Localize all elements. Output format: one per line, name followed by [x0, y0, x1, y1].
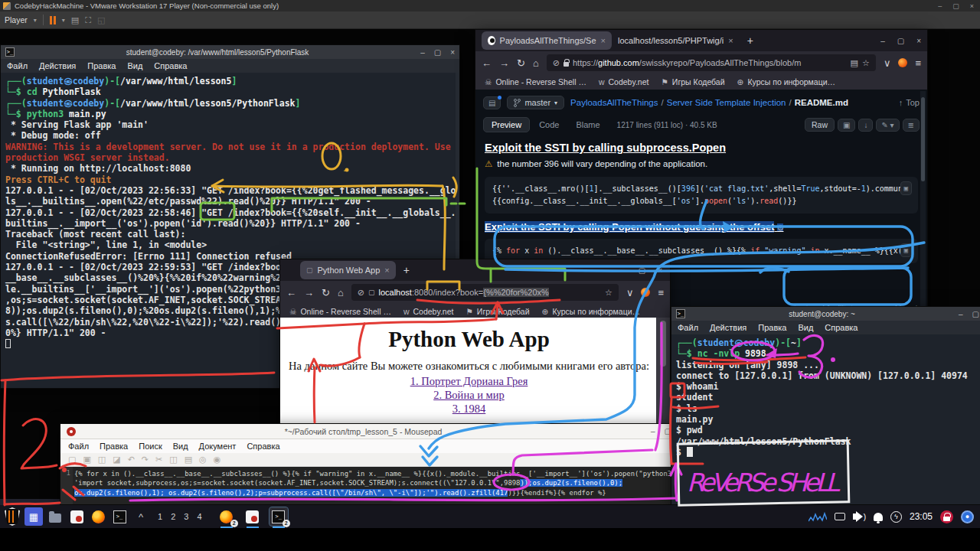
- copy-icon[interactable]: ▣: [900, 181, 912, 195]
- reload-icon[interactable]: ↻: [322, 287, 330, 298]
- display-icon[interactable]: [835, 513, 845, 520]
- vmware-close-button[interactable]: ×: [970, 2, 974, 10]
- terminal-launcher[interactable]: >_: [110, 507, 129, 526]
- new-file-icon[interactable]: ▢: [68, 455, 76, 465]
- breadcrumb-repo[interactable]: PayloadsAllTheThings: [570, 98, 658, 107]
- close-button[interactable]: ×: [658, 266, 662, 275]
- bookmark-item[interactable]: ☠Online - Reverse Shell …: [485, 77, 586, 86]
- tab-close-icon[interactable]: ×: [384, 266, 389, 275]
- menu-item[interactable]: Вид: [127, 61, 142, 70]
- outline-icon[interactable]: ≣: [903, 119, 920, 132]
- terminal2-output[interactable]: ┌──(student㉿codeby)-[~]└─$ nc -nvlp 9898…: [671, 334, 980, 504]
- book-link-3[interactable]: 3. 1984: [280, 403, 658, 416]
- tab-python-web-app[interactable]: ▢ Python Web App ×: [300, 261, 396, 279]
- branch-select[interactable]: master ▾: [507, 96, 564, 109]
- minimize-button[interactable]: –: [880, 37, 885, 45]
- top-link[interactable]: Top: [906, 98, 920, 107]
- bookmark-star-icon[interactable]: ☆: [862, 58, 870, 68]
- home-icon[interactable]: ⌂: [338, 287, 344, 298]
- find-icon[interactable]: ◎: [199, 455, 207, 465]
- vm-clock[interactable]: 23:05: [910, 511, 933, 522]
- cut-icon[interactable]: ✂: [155, 455, 162, 465]
- copy-icon[interactable]: ◫: [169, 455, 177, 465]
- tab-close-icon[interactable]: ×: [728, 36, 733, 45]
- undo-icon[interactable]: ↶: [128, 455, 135, 465]
- tab-preview[interactable]: Preview: [483, 117, 530, 132]
- menu-item[interactable]: Правка: [758, 323, 786, 332]
- copy-raw-icon[interactable]: ▣: [838, 119, 855, 132]
- menu-item[interactable]: Действия: [39, 61, 76, 70]
- back-icon[interactable]: ←: [482, 57, 492, 69]
- updater-icon[interactable]: ●: [961, 510, 974, 523]
- extension-icon[interactable]: [641, 288, 650, 297]
- code-block-subprocess[interactable]: ▣{{''.__class__.mro()[1].__subclasses__(…: [485, 177, 918, 214]
- suspend-button[interactable]: [50, 16, 56, 24]
- minimize-button[interactable]: –: [622, 266, 626, 275]
- menu-item[interactable]: Правка: [100, 442, 128, 451]
- close-button[interactable]: ×: [450, 48, 455, 57]
- player-menu[interactable]: Player: [5, 15, 28, 24]
- ctrl-alt-del-icon[interactable]: ▤: [71, 15, 79, 25]
- vmware-maximize-button[interactable]: ▢: [952, 2, 959, 10]
- bookmark-item[interactable]: ⚑Игры Кодебай: [661, 77, 724, 86]
- maximize-button[interactable]: ▢: [434, 48, 441, 57]
- kali-menu[interactable]: [3, 507, 21, 526]
- forward-icon[interactable]: →: [304, 287, 314, 298]
- minimize-button[interactable]: –: [420, 48, 425, 57]
- bookmark-item[interactable]: wCodeby.net: [599, 77, 649, 86]
- menu-item[interactable]: Справка: [247, 442, 279, 451]
- open-file-icon[interactable]: ▣: [83, 455, 90, 465]
- bookmark-item[interactable]: ⚑Игры Кодебай: [466, 307, 529, 316]
- tab-blame[interactable]: Blame: [568, 118, 607, 132]
- edit-pencil-icon[interactable]: ✎ ▾: [876, 119, 899, 132]
- forward-icon[interactable]: →: [499, 57, 509, 69]
- sidebar-toggle-icon[interactable]: ▤: [483, 96, 501, 109]
- tab-phptwig[interactable]: localhost/lesson5/PHPTwig/i ×: [612, 31, 740, 50]
- reader-view-icon[interactable]: ▤: [851, 58, 858, 68]
- notifications-bell-icon[interactable]: [874, 513, 883, 521]
- vmware-minimize-button[interactable]: –: [938, 2, 942, 10]
- anchor-link-icon[interactable]: ⊙: [777, 223, 783, 232]
- new-tab-button[interactable]: +: [747, 34, 753, 47]
- menu-hamburger-icon[interactable]: ≡: [658, 287, 664, 298]
- home-icon[interactable]: ⌂: [533, 57, 539, 69]
- breadcrumb-folder[interactable]: Server Side Template Injection: [667, 98, 786, 107]
- suspend-caret-icon[interactable]: ▾: [62, 17, 65, 24]
- mousepad-launcher[interactable]: [67, 507, 86, 526]
- bookmark-star-icon[interactable]: ☆: [605, 288, 612, 298]
- screen-lock-icon[interactable]: [940, 510, 953, 523]
- reload-icon[interactable]: ↻: [517, 57, 525, 69]
- book-link-2[interactable]: 2. Война и мир: [280, 389, 658, 402]
- menu-item[interactable]: Файл: [678, 323, 698, 332]
- power-icon[interactable]: ϟ: [890, 511, 902, 523]
- save-as-icon[interactable]: ◪: [113, 455, 120, 465]
- player-menu-caret-icon[interactable]: ▾: [34, 17, 37, 24]
- close-button[interactable]: ×: [916, 37, 921, 45]
- firefox-launcher[interactable]: [89, 507, 107, 526]
- github-scrollbar[interactable]: [920, 91, 926, 318]
- workspace-switcher[interactable]: 1 2 3 4: [158, 512, 205, 521]
- pocket-icon[interactable]: ∨: [884, 57, 891, 69]
- back-icon[interactable]: ←: [286, 287, 296, 298]
- terminal2-titlebar[interactable]: >_ student@codeby: ~ – ▢: [671, 307, 980, 321]
- maximize-button[interactable]: ▢: [897, 37, 904, 45]
- menu-hamburger-icon[interactable]: ≡: [915, 57, 921, 69]
- menu-item[interactable]: Вид: [173, 442, 188, 451]
- folder-shortcut[interactable]: [46, 507, 64, 526]
- file-manager[interactable]: ▦: [24, 507, 43, 526]
- panel-chevron[interactable]: ^: [132, 507, 150, 526]
- maximize-button[interactable]: ▢: [639, 266, 645, 275]
- url-bar[interactable]: ⊘ https://github.com/swisskyrepo/Payload…: [547, 54, 876, 71]
- maximize-button[interactable]: ▢: [972, 310, 979, 318]
- terminal1-titlebar[interactable]: >_ student@codeby: /var/www/html/lesson5…: [1, 45, 459, 59]
- menu-item[interactable]: Файл: [7, 61, 28, 70]
- save-icon[interactable]: ◫: [98, 455, 106, 465]
- menu-item[interactable]: Справка: [154, 61, 187, 70]
- menu-item[interactable]: Действия: [710, 323, 746, 332]
- bookmark-item[interactable]: ☠Online - Reverse Shell …: [289, 307, 391, 316]
- menu-item[interactable]: Справка: [825, 323, 858, 332]
- copy-icon[interactable]: ▣: [900, 243, 912, 257]
- tab-close-icon[interactable]: ×: [601, 36, 606, 45]
- menu-item[interactable]: Документ: [199, 442, 237, 451]
- window-firefox[interactable]: 2: [217, 507, 236, 526]
